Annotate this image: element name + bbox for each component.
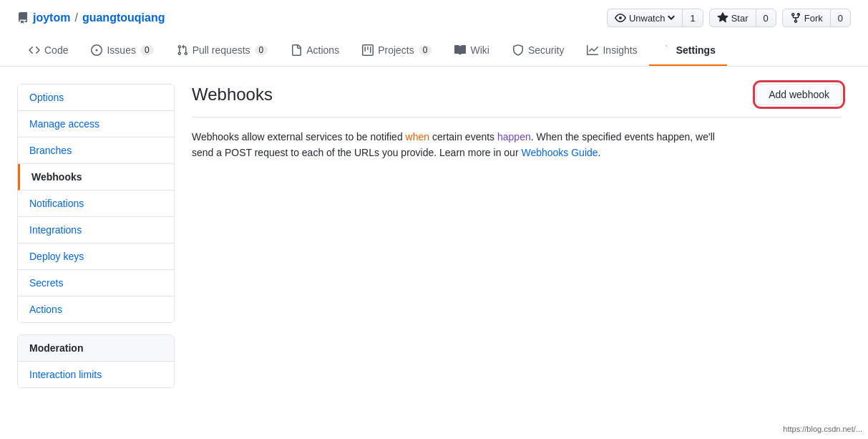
star-icon xyxy=(717,12,728,24)
sidebar: Options Manage access Branches Webhooks … xyxy=(17,84,175,388)
projects-icon xyxy=(362,44,374,56)
description-part4: send a POST request to each of the URLs … xyxy=(192,147,521,158)
tab-projects-badge: 0 xyxy=(419,45,432,55)
tab-wiki[interactable]: Wiki xyxy=(443,36,500,66)
webhooks-description: Webhooks allow external services to be n… xyxy=(192,129,842,161)
add-webhook-label: Add webhook xyxy=(769,89,829,100)
tab-wiki-label: Wiki xyxy=(470,44,489,56)
sidebar-item-branches[interactable]: Branches xyxy=(18,138,174,164)
star-button[interactable]: Star xyxy=(709,9,756,27)
add-webhook-button[interactable]: Add webhook xyxy=(756,84,842,105)
repo-link[interactable]: guangtouqiang xyxy=(82,11,165,24)
sidebar-item-integrations-label: Integrations xyxy=(29,224,82,236)
tab-projects-label: Projects xyxy=(378,44,414,56)
sidebar-item-actions-label: Actions xyxy=(29,304,62,315)
tab-issues-label: Issues xyxy=(107,44,135,56)
sidebar-item-integrations[interactable]: Integrations xyxy=(18,217,174,243)
unwatch-label: Unwatch xyxy=(629,13,665,24)
tab-pr-label: Pull requests xyxy=(192,44,250,56)
tab-insights[interactable]: Insights xyxy=(575,36,648,66)
sidebar-item-manage-access-label: Manage access xyxy=(29,118,99,130)
moderation-section: Moderation Interaction limits xyxy=(17,334,175,388)
sidebar-item-manage-access[interactable]: Manage access xyxy=(18,111,174,138)
fork-label: Fork xyxy=(804,13,823,24)
insights-icon xyxy=(587,44,598,56)
fork-icon xyxy=(790,12,801,24)
description-part1: Webhooks allow external services to be n… xyxy=(192,131,406,143)
tab-actions[interactable]: Actions xyxy=(279,36,351,66)
sidebar-item-secrets-label: Secrets xyxy=(29,277,63,289)
unwatch-button[interactable]: Unwatch xyxy=(607,9,683,27)
sidebar-item-deploy-keys[interactable]: Deploy keys xyxy=(18,243,174,270)
webhooks-guide-link[interactable]: Webhooks Guide xyxy=(521,147,598,158)
repo-icon xyxy=(17,12,29,24)
tab-code[interactable]: Code xyxy=(17,36,79,66)
tab-insights-label: Insights xyxy=(603,44,637,56)
main-content: Webhooks Add webhook Webhooks allow exte… xyxy=(192,84,842,388)
eye-icon xyxy=(615,12,626,24)
tab-issues-badge: 0 xyxy=(140,45,154,55)
moderation-section-header: Moderation xyxy=(18,335,174,362)
description-end: . xyxy=(598,147,601,158)
star-count-button[interactable]: 0 xyxy=(756,9,776,27)
description-happen: happen xyxy=(497,131,531,143)
tab-settings-label: Settings xyxy=(676,44,716,56)
nav-tabs: Code Issues 0 Pull requests 0 Actions Pr… xyxy=(17,36,851,66)
tab-issues[interactable]: Issues 0 xyxy=(79,36,165,66)
fork-count-button[interactable]: 0 xyxy=(830,9,851,27)
sidebar-item-actions[interactable]: Actions xyxy=(18,296,174,322)
sidebar-item-webhooks[interactable]: Webhooks xyxy=(18,164,174,190)
dropdown-icon xyxy=(668,12,675,24)
description-part3: . When the specified events happen, we'l… xyxy=(531,131,715,143)
actions-icon xyxy=(291,44,302,56)
sidebar-item-options-label: Options xyxy=(29,92,64,103)
sidebar-item-notifications-label: Notifications xyxy=(29,198,84,209)
sidebar-item-branches-label: Branches xyxy=(29,145,72,156)
repo-action-buttons: Unwatch 1 Star 0 xyxy=(607,9,851,27)
star-btn-group: Star 0 xyxy=(709,9,776,27)
unwatch-count-button[interactable]: 1 xyxy=(682,9,703,27)
fork-btn-group: Fork 0 xyxy=(782,9,851,27)
repo-breadcrumb: joytom / guangtouqiang xyxy=(17,11,165,24)
sidebar-item-webhooks-label: Webhooks xyxy=(31,171,82,183)
breadcrumb-separator: / xyxy=(74,11,77,24)
star-count: 0 xyxy=(764,13,769,24)
pr-icon xyxy=(177,44,188,56)
sidebar-item-secrets[interactable]: Secrets xyxy=(18,270,174,296)
fork-button[interactable]: Fork xyxy=(782,9,830,27)
sidebar-item-notifications[interactable]: Notifications xyxy=(18,190,174,217)
sidebar-item-interaction-limits-label: Interaction limits xyxy=(29,369,102,380)
fork-count: 0 xyxy=(838,13,843,24)
settings-icon xyxy=(660,44,672,56)
tab-projects[interactable]: Projects 0 xyxy=(351,36,443,66)
tab-security-label: Security xyxy=(528,44,565,56)
sidebar-item-deploy-keys-label: Deploy keys xyxy=(29,251,84,262)
tab-actions-label: Actions xyxy=(306,44,339,56)
description-when: when xyxy=(406,131,429,143)
unwatch-count: 1 xyxy=(690,13,695,24)
sidebar-item-interaction-limits[interactable]: Interaction limits xyxy=(18,362,174,387)
sidebar-item-options[interactable]: Options xyxy=(18,85,174,111)
tab-settings[interactable]: Settings xyxy=(649,36,727,66)
tab-pr-badge: 0 xyxy=(255,45,268,55)
security-icon xyxy=(512,44,524,56)
unwatch-btn-group: Unwatch 1 xyxy=(607,9,703,27)
page-title: Webhooks xyxy=(192,85,273,105)
wiki-icon xyxy=(454,44,466,56)
star-label: Star xyxy=(731,13,748,24)
code-icon xyxy=(29,44,40,56)
tab-security[interactable]: Security xyxy=(501,36,576,66)
description-part2: certain events xyxy=(429,131,497,143)
issues-icon xyxy=(91,44,102,56)
tab-code-label: Code xyxy=(44,44,68,56)
user-link[interactable]: joytom xyxy=(33,11,70,24)
tab-pull-requests[interactable]: Pull requests 0 xyxy=(165,36,280,66)
